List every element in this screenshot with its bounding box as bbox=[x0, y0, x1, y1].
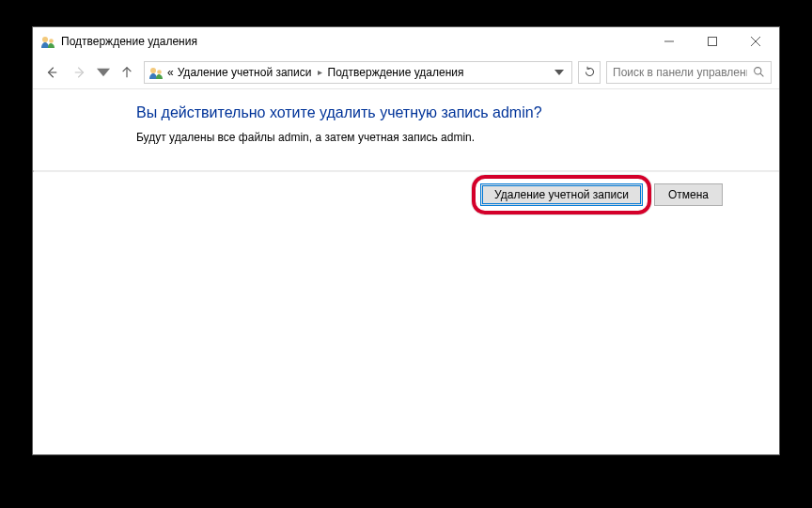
content-area: Вы действительно хотите удалить учетную … bbox=[33, 89, 779, 454]
search-box[interactable]: Поиск в панели управления bbox=[606, 61, 772, 84]
back-button[interactable] bbox=[40, 61, 63, 84]
chevron-right-icon: ▸ bbox=[316, 67, 324, 77]
close-button[interactable] bbox=[734, 27, 777, 56]
search-placeholder: Поиск в панели управления bbox=[613, 66, 747, 79]
breadcrumb-chevrons[interactable]: « bbox=[167, 66, 174, 79]
cancel-button[interactable]: Отмена bbox=[654, 183, 723, 206]
breadcrumb-segment[interactable]: Подтверждение удаления bbox=[328, 66, 464, 79]
action-bar: Удаление учетной записи Отмена bbox=[33, 172, 779, 206]
svg-point-1 bbox=[49, 39, 54, 43]
delete-account-button[interactable]: Удаление учетной записи bbox=[480, 183, 643, 206]
forward-button[interactable] bbox=[69, 61, 91, 84]
svg-point-11 bbox=[755, 68, 761, 74]
user-accounts-icon bbox=[148, 65, 164, 80]
breadcrumb-segment[interactable]: Удаление учетной записи bbox=[178, 66, 312, 79]
confirmation-heading: Вы действительно хотите удалить учетную … bbox=[136, 104, 757, 121]
address-dropdown-button[interactable] bbox=[551, 68, 568, 77]
maximize-button[interactable] bbox=[691, 27, 734, 56]
navigation-bar: « Удаление учетной записи ▸ Подтверждени… bbox=[33, 56, 779, 89]
recent-locations-button[interactable] bbox=[97, 61, 110, 84]
minimize-button[interactable] bbox=[648, 27, 691, 56]
search-icon bbox=[753, 66, 765, 78]
svg-point-9 bbox=[150, 68, 156, 73]
user-accounts-icon bbox=[40, 34, 55, 49]
control-panel-window: Подтверждение удаления bbox=[32, 26, 780, 455]
address-bar[interactable]: « Удаление учетной записи ▸ Подтверждени… bbox=[144, 61, 572, 84]
svg-point-0 bbox=[42, 37, 48, 42]
svg-rect-3 bbox=[709, 38, 717, 46]
svg-line-12 bbox=[760, 73, 763, 76]
up-button[interactable] bbox=[116, 61, 138, 84]
svg-point-10 bbox=[157, 70, 162, 74]
window-title: Подтверждение удаления bbox=[61, 35, 197, 48]
titlebar: Подтверждение удаления bbox=[33, 27, 779, 56]
confirmation-description: Будут удалены все файлы admin, а затем у… bbox=[136, 131, 757, 144]
refresh-button[interactable] bbox=[578, 61, 601, 84]
